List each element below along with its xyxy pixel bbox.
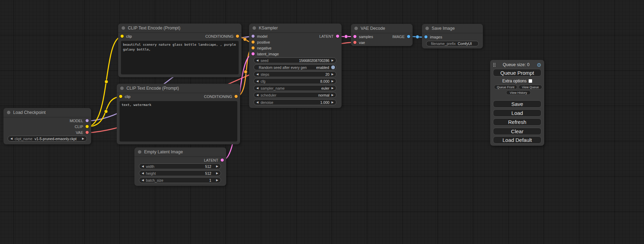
node-clip-text-encode-positive[interactable]: CLIP Text Encode (Prompt) clip CONDITION… — [118, 24, 241, 77]
output-slot-model[interactable] — [86, 119, 89, 122]
input-slot-vae[interactable] — [353, 41, 356, 44]
node-ksampler[interactable]: KSampler model LATENT positive negative … — [249, 24, 342, 108]
decrement-arrow-icon[interactable]: ◀ — [256, 59, 258, 62]
link-midpoint-dot[interactable] — [244, 70, 247, 74]
increment-arrow-icon[interactable]: ▶ — [216, 172, 218, 175]
filename-prefix-widget[interactable]: filename_prefix ComfyUI — [426, 41, 479, 46]
collapse-dot[interactable] — [138, 150, 141, 154]
node-title-bar[interactable]: Empty Latent Image — [134, 147, 226, 157]
queue-prompt-button[interactable]: Queue Prompt — [493, 69, 541, 76]
node-save-image[interactable]: Save Image images filename_prefix ComfyU… — [422, 24, 483, 48]
decrement-arrow-icon[interactable]: ◀ — [256, 73, 258, 76]
link-midpoint-dot[interactable] — [105, 80, 108, 83]
increment-arrow-icon[interactable]: ▶ — [332, 94, 334, 97]
output-slot-clip[interactable] — [86, 125, 89, 128]
queue-panel[interactable]: Queue size: 0 ⚙ Queue Prompt Extra optio… — [490, 60, 544, 146]
ckpt-name-widget[interactable]: ◀ ckpt_name v1-5-pruned-emaonly.ckpt ▶ — [8, 136, 87, 142]
input-slot-positive[interactable] — [252, 40, 255, 44]
node-vae-decode[interactable]: VAE Decode samples IMAGE vae — [351, 24, 413, 46]
refresh-button[interactable]: Refresh — [493, 118, 541, 126]
collapse-dot[interactable] — [120, 87, 124, 90]
increment-arrow-icon[interactable]: ▶ — [332, 73, 334, 76]
extra-options-checkbox[interactable] — [529, 79, 532, 83]
output-slot-vae[interactable] — [86, 131, 89, 134]
node-graph-canvas[interactable]: Load Checkpoint MODEL CLIP VAE ◀ ckpt_na… — [0, 0, 644, 244]
seed-widget[interactable]: ◀ seed 156680208700286 ▶ — [254, 57, 336, 63]
widget-label: sampler_name — [261, 86, 284, 90]
collapse-dot[interactable] — [122, 26, 125, 30]
input-slot-clip[interactable] — [121, 35, 124, 38]
output-label-image: IMAGE — [392, 35, 405, 39]
increment-arrow-icon[interactable]: ▶ — [332, 80, 334, 83]
random-seed-widget[interactable]: Random seed after every gen enabled — [254, 64, 336, 70]
cfg-widget[interactable]: ◀ cfg 8.000 ▶ — [254, 78, 336, 84]
output-slot-latent[interactable] — [336, 35, 339, 38]
increment-arrow-icon[interactable]: ▶ — [332, 101, 334, 104]
input-slot-clip[interactable] — [119, 95, 122, 98]
node-load-checkpoint[interactable]: Load Checkpoint MODEL CLIP VAE ◀ ckpt_na… — [3, 108, 91, 144]
save-button[interactable]: Save — [493, 100, 541, 108]
decrement-arrow-icon[interactable]: ◀ — [256, 94, 258, 97]
load-button[interactable]: Load — [493, 109, 541, 117]
node-title-bar[interactable]: VAE Decode — [351, 24, 413, 33]
node-title-bar[interactable]: Save Image — [422, 24, 483, 33]
increment-arrow-icon[interactable]: ▶ — [332, 87, 334, 90]
clear-button[interactable]: Clear — [493, 128, 541, 135]
output-slot-latent[interactable] — [221, 159, 224, 162]
output-slot-conditioning[interactable] — [236, 35, 239, 38]
decrement-arrow-icon[interactable]: ◀ — [256, 80, 258, 83]
node-title-bar[interactable]: KSampler — [249, 24, 342, 33]
gear-icon[interactable]: ⚙ — [537, 62, 541, 67]
input-slot-samples[interactable] — [353, 35, 356, 38]
node-clip-text-encode-negative[interactable]: CLIP Text Encode (Prompt) clip CONDITION… — [117, 84, 240, 144]
collapse-dot[interactable] — [253, 26, 256, 30]
collapse-dot[interactable] — [425, 27, 429, 30]
input-slot-model[interactable] — [252, 35, 255, 38]
sampler-name-widget[interactable]: ◀ sampler_name euler ▶ — [254, 85, 336, 91]
link-midpoint-dot[interactable] — [243, 38, 247, 41]
node-empty-latent-image[interactable]: Empty Latent Image LATENT ◀ width 512 ▶ … — [134, 147, 226, 186]
increment-arrow-icon[interactable]: ▶ — [216, 179, 218, 182]
link-midpoint-dot[interactable] — [416, 35, 419, 39]
collapse-dot[interactable] — [354, 27, 358, 30]
node-title: VAE Decode — [361, 26, 385, 31]
batch-size-widget[interactable]: ◀ batch_size 1 ▶ — [139, 177, 221, 183]
decrement-arrow-icon[interactable]: ◀ — [256, 101, 258, 104]
prompt-textarea[interactable]: text, watermark — [120, 101, 237, 142]
width-widget[interactable]: ◀ width 512 ▶ — [139, 163, 221, 169]
decrement-arrow-icon[interactable]: ◀ — [142, 172, 144, 175]
input-label-latent-image: latent_image — [257, 52, 279, 56]
decrement-arrow-icon[interactable]: ◀ — [10, 137, 12, 140]
prompt-textarea[interactable]: beautiful scenery nature glass bottle la… — [121, 41, 239, 74]
denoise-widget[interactable]: ◀ denoise 1.000 ▶ — [254, 99, 336, 105]
decrement-arrow-icon[interactable]: ◀ — [142, 179, 144, 182]
output-slot-image[interactable] — [407, 35, 410, 38]
node-title: Save Image — [432, 26, 455, 31]
increment-arrow-icon[interactable]: ▶ — [216, 165, 218, 168]
input-slot-negative[interactable] — [252, 46, 255, 49]
link-midpoint-dot[interactable] — [344, 35, 348, 38]
steps-widget[interactable]: ◀ steps 20 ▶ — [254, 71, 336, 77]
decrement-arrow-icon[interactable]: ◀ — [256, 87, 258, 90]
decrement-arrow-icon[interactable]: ◀ — [142, 165, 144, 168]
load-default-button[interactable]: Load Default — [493, 136, 541, 144]
input-slot-latent-image[interactable] — [252, 52, 255, 55]
output-slot-conditioning[interactable] — [235, 95, 238, 98]
link-midpoint-dot[interactable] — [104, 110, 108, 113]
wire-clip-to-negative-prompt[interactable] — [87, 97, 121, 127]
queue-front-button[interactable]: Queue Front — [494, 85, 517, 89]
drag-handle-icon[interactable] — [493, 62, 495, 67]
widget-value: ComfyUI — [458, 42, 472, 46]
increment-arrow-icon[interactable]: ▶ — [332, 59, 334, 62]
view-queue-button[interactable]: View Queue — [519, 85, 542, 89]
node-title-bar[interactable]: Load Checkpoint — [3, 108, 91, 117]
height-widget[interactable]: ◀ height 512 ▶ — [139, 170, 221, 176]
input-slot-images[interactable] — [424, 35, 427, 38]
node-title-bar[interactable]: CLIP Text Encode (Prompt) — [117, 84, 240, 93]
node-title-bar[interactable]: CLIP Text Encode (Prompt) — [118, 24, 241, 33]
increment-arrow-icon[interactable]: ▶ — [82, 137, 84, 140]
random-seed-toggle[interactable] — [331, 65, 335, 69]
collapse-dot[interactable] — [7, 111, 10, 114]
scheduler-widget[interactable]: ◀ scheduler normal ▶ — [254, 92, 336, 98]
view-history-button[interactable]: View History — [506, 90, 531, 95]
